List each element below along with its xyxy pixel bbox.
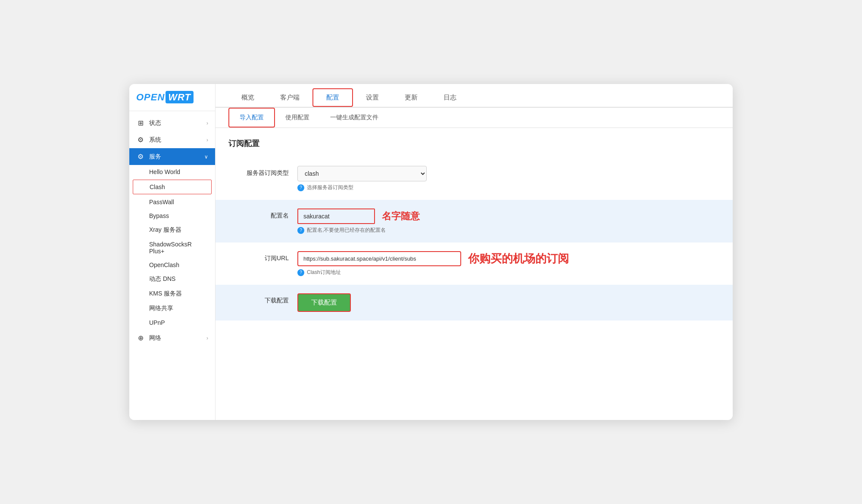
top-tab-bar: 概览 客户端 配置 设置 更新 日志 [216,84,733,108]
sidebar-item-services[interactable]: ⚙ 服务 ∨ [129,148,215,165]
grid-icon: ⊞ [136,119,145,127]
config-name-hint: ? 配置名,不要使用已经存在的配置名 [297,227,720,234]
section-title: 订阅配置 [228,138,720,149]
tab-update[interactable]: 更新 [392,89,431,106]
chevron-down-icon: ∨ [204,154,208,160]
sidebar-sub-item-openclash[interactable]: OpenClash [129,258,215,272]
chevron-right-icon: › [206,335,208,341]
server-type-control: clashshadowsocksv2ray ? 选择服务器订阅类型 [297,166,720,191]
sidebar-sub-item-upnp[interactable]: UPnP [129,316,215,330]
network-icon: ⊕ [136,334,145,342]
tab-clients[interactable]: 客户端 [267,89,312,106]
sidebar-item-label: 系统 [149,136,206,144]
logo-open: OPEN [136,92,165,103]
sidebar-item-system[interactable]: ⚙ 系统 › [129,131,215,148]
download-row: 下载配置 下载配置 [216,285,733,320]
info-icon: ? [297,227,304,234]
download-control: 下载配置 [297,293,720,312]
sidebar-sub-item-bypass[interactable]: Bypass [129,209,215,223]
logo-wrt: WRT [166,91,194,103]
sub-tab-generate-config[interactable]: 一键生成配置文件 [320,109,389,127]
sidebar-item-label: 服务 [149,153,204,161]
sidebar-sub-item-hello-world[interactable]: Hello World [129,165,215,179]
sidebar-sub-item-shadowsocksr[interactable]: ShadowSocksR Plus+ [129,237,215,258]
chevron-right-icon: › [206,137,208,143]
config-name-input[interactable] [297,208,375,224]
sidebar-sub-item-netshare[interactable]: 网络共享 [129,301,215,316]
sidebar: OPENWRT ⊞ 状态 › ⚙ 系统 › ⚙ 服务 ∨ [129,84,216,420]
sub-tab-use-config[interactable]: 使用配置 [275,109,320,127]
download-label: 下载配置 [228,293,297,305]
sidebar-menu: ⊞ 状态 › ⚙ 系统 › ⚙ 服务 ∨ Hello World [129,111,215,420]
subscribe-url-input[interactable] [297,251,461,266]
config-name-control: 名字随意 ? 配置名,不要使用已经存在的配置名 [297,208,720,234]
sidebar-item-status[interactable]: ⊞ 状态 › [129,115,215,131]
tab-overview[interactable]: 概览 [228,89,267,106]
sidebar-sub-item-ddns[interactable]: 动态 DNS [129,272,215,286]
sidebar-sub-item-kms[interactable]: KMS 服务器 [129,286,215,301]
tab-log[interactable]: 日志 [431,89,469,106]
subscribe-url-annotation: 你购买的机场的订阅 [468,251,569,266]
sidebar-sub-item-clash[interactable]: Clash [133,180,212,194]
download-btn-wrapper: 下载配置 [297,293,720,312]
sidebar-item-network[interactable]: ⊕ 网络 › [129,330,215,346]
services-sub-menu: Hello World Clash PassWall Bypass Xray 服… [129,165,215,330]
server-type-row: 服务器订阅类型 clashshadowsocksv2ray ? 选择服务器订阅类… [228,157,720,200]
sidebar-sub-item-xray[interactable]: Xray 服务器 [129,223,215,237]
info-icon: ? [297,184,304,191]
subscribe-url-control: 你购买的机场的订阅 ? Clash订阅地址 [297,251,720,276]
sub-tab-bar: 导入配置 使用配置 一键生成配置文件 [216,108,733,128]
server-type-hint: ? 选择服务器订阅类型 [297,184,720,191]
download-button[interactable]: 下载配置 [297,293,351,312]
tab-settings[interactable]: 设置 [353,89,392,106]
subscribe-url-row: 订阅URL 你购买的机场的订阅 ? Clash订阅地址 [228,243,720,285]
sidebar-item-label: 状态 [149,119,206,127]
info-icon: ? [297,269,304,276]
config-name-annotation: 名字随意 [382,210,420,223]
server-type-select[interactable]: clashshadowsocksv2ray [297,166,427,181]
sub-tab-import-config[interactable]: 导入配置 [228,108,275,128]
chevron-right-icon: › [206,120,208,126]
config-name-label: 配置名 [228,208,297,220]
config-name-row: 配置名 名字随意 ? 配置名,不要使用已经存在的配置名 [216,200,733,243]
config-name-wrapper: 名字随意 [297,208,720,224]
sidebar-sub-item-passwall[interactable]: PassWall [129,195,215,209]
content-area: 订阅配置 服务器订阅类型 clashshadowsocksv2ray ? 选择服… [216,128,733,420]
gear-icon: ⚙ [136,136,145,144]
gear-icon: ⚙ [136,152,145,161]
main-content: 概览 客户端 配置 设置 更新 日志 导入配置 使用配置 一键生成配置文件 订阅… [216,84,733,420]
logo: OPENWRT [129,84,215,111]
subscribe-url-hint: ? Clash订阅地址 [297,269,720,276]
subscribe-url-label: 订阅URL [228,251,297,262]
server-type-label: 服务器订阅类型 [228,166,297,177]
tab-config[interactable]: 配置 [312,88,353,107]
sidebar-item-label: 网络 [149,334,206,342]
